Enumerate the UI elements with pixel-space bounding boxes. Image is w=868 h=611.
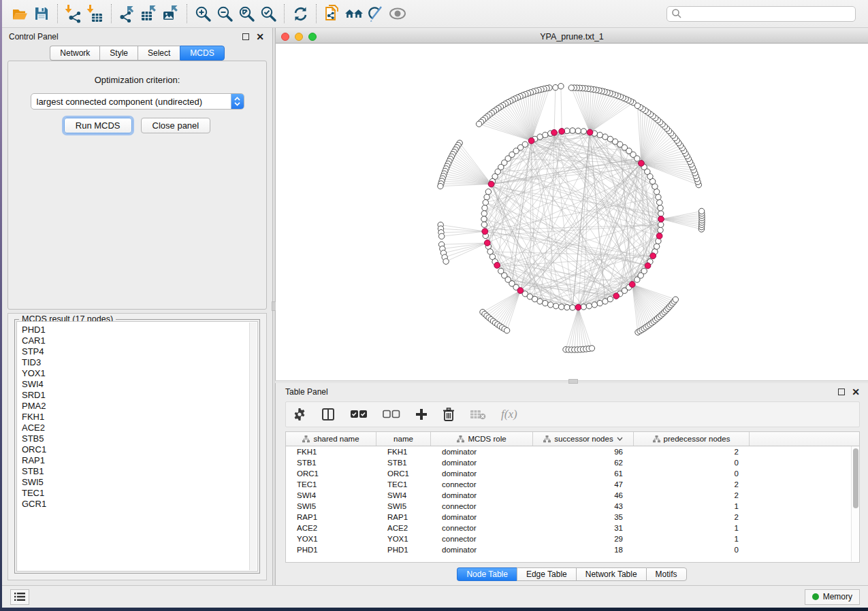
style-pen-icon <box>366 4 385 23</box>
column-header-MCDS-role[interactable]: MCDS role <box>431 432 533 446</box>
cell-MCDS-role: dominator <box>431 491 533 499</box>
horizontal-splitter[interactable] <box>275 380 868 383</box>
tab-network-table[interactable]: Network Table <box>576 567 646 581</box>
mcds-node-item[interactable]: STP4 <box>22 346 257 357</box>
close-panel-button[interactable]: Close panel <box>141 118 211 133</box>
mcds-result-list[interactable]: PHD1CAR1STP4TID3YOX1SWI4SRD1PMA2FKH1ACE2… <box>16 321 258 572</box>
tab-network[interactable]: Network <box>50 46 99 61</box>
tab-style[interactable]: Style <box>99 46 138 61</box>
function-builder-button[interactable]: f(x) <box>501 408 517 421</box>
close-panel-icon[interactable]: ✕ <box>256 33 264 40</box>
hide-panel-button[interactable] <box>387 3 408 24</box>
table-options-button[interactable] <box>293 408 306 421</box>
splitter-handle[interactable] <box>568 379 578 384</box>
mcds-node-item[interactable]: STB1 <box>22 466 257 477</box>
add-column-button[interactable] <box>415 408 428 420</box>
table-scrollbar-thumb[interactable] <box>853 448 858 508</box>
tab-node-table[interactable]: Node Table <box>457 567 517 581</box>
select-all-columns-button[interactable] <box>350 410 368 419</box>
cell-successor-nodes: 96 <box>533 448 634 456</box>
delete-table-button[interactable] <box>470 409 486 420</box>
cell-MCDS-role: dominator <box>431 448 533 456</box>
mcds-node-item[interactable]: RAP1 <box>22 455 257 466</box>
deselect-all-columns-button[interactable] <box>383 410 400 419</box>
vertical-splitter[interactable] <box>272 28 275 585</box>
mcds-node-item[interactable]: FKH1 <box>22 412 257 423</box>
column-header-shared-name[interactable]: shared name <box>286 432 376 446</box>
memory-button[interactable]: Memory <box>805 589 860 605</box>
apply-layout-button[interactable] <box>289 3 311 24</box>
mcds-list-scrollbar[interactable] <box>249 323 257 570</box>
export-table-button[interactable] <box>138 3 160 24</box>
show-columns-button[interactable] <box>321 408 335 421</box>
float-table-panel-icon[interactable] <box>838 389 845 395</box>
table-scrollbar[interactable] <box>851 446 858 561</box>
close-table-panel-icon[interactable]: ✕ <box>852 389 860 395</box>
cell-predecessor-nodes: 2 <box>634 513 750 521</box>
tab-motifs[interactable]: Motifs <box>646 567 687 581</box>
select-stepper-icon <box>231 93 244 110</box>
save-session-button[interactable] <box>31 3 52 24</box>
zoom-in-button[interactable] <box>192 3 214 24</box>
mcds-node-item[interactable]: STB5 <box>22 433 257 444</box>
tab-edge-table[interactable]: Edge Table <box>517 567 576 581</box>
cell-shared-name: STB1 <box>286 459 376 467</box>
toolbar-separator <box>57 4 58 23</box>
table-row[interactable]: RAP1RAP1dominator352 <box>286 512 851 523</box>
table-row[interactable]: SWI4SWI4dominator462 <box>286 490 851 501</box>
table-row[interactable]: YOX1YOX1connector291 <box>286 533 851 544</box>
export-network-button[interactable] <box>116 3 138 24</box>
mcds-node-item[interactable]: YOX1 <box>22 368 257 379</box>
zoom-selected-icon <box>259 5 278 23</box>
tab-select[interactable]: Select <box>138 46 180 61</box>
table-row[interactable]: PHD1PHD1dominator180 <box>286 544 851 555</box>
vizmapper-button[interactable] <box>365 3 387 24</box>
network-title: YPA_prune.txt_1 <box>276 32 868 42</box>
list-icon <box>14 592 25 601</box>
network-canvas[interactable] <box>276 44 868 380</box>
float-panel-icon[interactable] <box>242 33 249 40</box>
mcds-node-item[interactable]: SRD1 <box>22 390 257 401</box>
column-header-successor-nodes[interactable]: successor nodes <box>533 432 634 446</box>
table-panel-title: Table Panel <box>285 387 831 397</box>
mcds-node-item[interactable]: PHD1 <box>22 325 257 335</box>
attribute-icon <box>543 435 551 443</box>
table-row[interactable]: SWI5SWI5connector431 <box>286 501 851 512</box>
network-titlebar[interactable]: YPA_prune.txt_1 <box>276 30 868 44</box>
criterion-select[interactable]: largest connected component (undirected) <box>31 93 244 110</box>
network-from-document-button[interactable] <box>321 3 343 24</box>
export-image-button[interactable] <box>160 3 182 24</box>
import-table-button[interactable] <box>84 3 106 24</box>
zoom-out-button[interactable] <box>214 3 236 24</box>
toolbar-separator <box>187 4 187 23</box>
table-row[interactable]: ORC1ORC1dominator610 <box>286 468 851 479</box>
mcds-node-item[interactable]: CAR1 <box>22 335 257 346</box>
mcds-node-item[interactable]: PMA2 <box>22 401 257 412</box>
table-row[interactable]: STB1STB1dominator620 <box>286 457 851 468</box>
mcds-node-item[interactable]: SWI5 <box>22 477 257 488</box>
mcds-node-item[interactable]: TID3 <box>22 357 257 368</box>
open-file-button[interactable] <box>9 3 31 24</box>
mcds-node-item[interactable]: ACE2 <box>22 423 257 433</box>
column-label: successor nodes <box>554 435 613 443</box>
column-header-predecessor-nodes[interactable]: predecessor nodes <box>634 432 750 446</box>
toolbar-separator <box>111 4 112 23</box>
table-row[interactable]: TEC1TEC1connector472 <box>286 479 851 490</box>
tab-mcds[interactable]: MCDS <box>180 46 224 61</box>
search-box[interactable] <box>666 6 856 22</box>
mcds-node-item[interactable]: ORC1 <box>22 444 257 455</box>
table-row[interactable]: FKH1FKH1dominator962 <box>286 446 851 457</box>
import-network-button[interactable] <box>63 3 84 24</box>
delete-column-button[interactable] <box>443 408 455 421</box>
mcds-node-item[interactable]: GCR1 <box>22 499 257 510</box>
column-header-name[interactable]: name <box>376 432 431 446</box>
table-row[interactable]: ACE2ACE2connector311 <box>286 523 851 533</box>
cybrowser-button[interactable] <box>343 3 365 24</box>
zoom-fit-button[interactable] <box>236 3 257 24</box>
mcds-node-item[interactable]: TEC1 <box>22 488 257 499</box>
run-mcds-button[interactable]: Run MCDS <box>64 118 132 133</box>
search-input[interactable] <box>682 9 851 18</box>
task-history-button[interactable] <box>10 589 29 605</box>
mcds-node-item[interactable]: SWI4 <box>22 379 257 390</box>
zoom-selected-button[interactable] <box>257 3 279 24</box>
